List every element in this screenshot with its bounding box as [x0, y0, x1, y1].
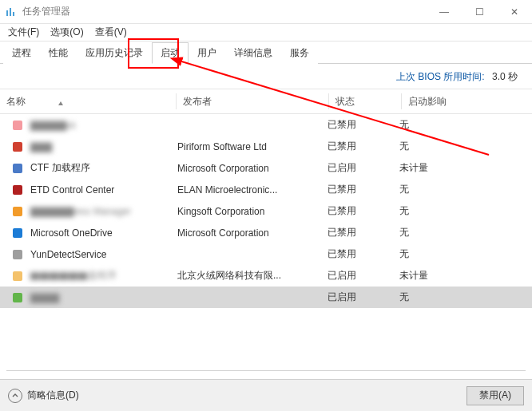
cell-name-text: YunDetectService — [30, 249, 106, 260]
cell-impact: 无 — [399, 118, 495, 132]
cell-impact: 未计量 — [399, 269, 495, 283]
cell-status: 已启用 — [328, 161, 399, 175]
cell-publisher: Piriform Software Ltd — [176, 141, 328, 152]
cell-name-text: ▇▇▇▇▇▇iess Manager — [30, 206, 131, 217]
cell-name-text: ▇▇▇▇▇sk — [30, 120, 76, 131]
column-header-row: 名称 发布者 状态 启动影响 — [0, 89, 532, 114]
window-title: 任务管理器 — [22, 5, 70, 18]
app-item-icon — [11, 248, 24, 261]
startup-table-body: ▇▇▇▇▇sk已禁用无▇▇▇Piriform Software Ltd已禁用无C… — [0, 114, 532, 308]
cell-status: 已启用 — [328, 269, 399, 283]
svg-rect-2 — [13, 12, 14, 16]
cell-impact: 无 — [399, 140, 495, 153]
menubar: 文件(F) 选项(O) 查看(V) — [0, 24, 532, 41]
cell-impact: 无 — [399, 226, 495, 239]
svg-rect-6 — [13, 164, 22, 173]
svg-rect-1 — [10, 8, 11, 16]
disable-button[interactable]: 禁用(A) — [466, 386, 524, 405]
chevron-up-circle-icon — [8, 389, 22, 403]
fewer-details-label: 简略信息(D) — [27, 389, 79, 402]
svg-rect-7 — [13, 185, 22, 195]
svg-rect-5 — [13, 142, 22, 152]
cell-impact: 无 — [399, 204, 495, 218]
svg-rect-9 — [13, 228, 22, 238]
last-bios-time-label: 上次 BIOS 所用时间: — [396, 71, 485, 82]
cell-name-text: ETD Control Center — [30, 184, 114, 196]
tab-services[interactable]: 服务 — [281, 42, 318, 64]
table-row[interactable]: ▇▇▇Piriform Software Ltd已禁用无 — [0, 136, 532, 157]
cell-name-text: Microsoft OneDrive — [30, 227, 113, 239]
app-item-icon — [11, 184, 24, 196]
minimize-button[interactable]: — — [427, 0, 462, 24]
tab-processes[interactable]: 进程 — [3, 42, 40, 64]
tab-users[interactable]: 用户 — [189, 42, 225, 64]
cell-status: 已禁用 — [328, 204, 399, 218]
table-row[interactable]: ▇▇▇▇▇▇盘程序北京火绒网络科技有限...已启用未计量 — [0, 265, 532, 287]
cell-status: 已禁用 — [328, 140, 399, 153]
cell-name: Microsoft OneDrive — [11, 227, 176, 239]
cell-publisher: Microsoft Corporation — [176, 227, 328, 239]
cell-name-text: ▇▇▇▇ — [30, 292, 59, 303]
cell-status: 已禁用 — [328, 183, 399, 196]
app-item-icon — [11, 162, 24, 175]
cell-impact: 无 — [399, 290, 495, 304]
cell-status: 已禁用 — [328, 247, 399, 261]
cell-name: CTF 加载程序 — [11, 161, 176, 175]
app-item-icon — [11, 227, 24, 239]
app-item-icon — [11, 205, 24, 218]
table-row[interactable]: CTF 加载程序Microsoft Corporation已启用未计量 — [0, 157, 532, 179]
cell-status: 已禁用 — [328, 118, 399, 132]
app-item-icon — [11, 291, 24, 304]
app-item-icon — [11, 119, 24, 132]
tab-startup[interactable]: 启动 — [152, 42, 189, 64]
cell-name-text: ▇▇▇▇▇▇盘程序 — [30, 269, 117, 283]
table-row[interactable]: ▇▇▇▇▇▇iess ManagerKingsoft Corporation已禁… — [0, 200, 532, 222]
column-header-name[interactable]: 名称 — [0, 95, 176, 109]
column-header-publisher[interactable]: 发布者 — [177, 95, 328, 109]
table-row[interactable]: ▇▇▇▇已启用无 — [0, 287, 532, 308]
menu-options[interactable]: 选项(O) — [46, 25, 88, 40]
fewer-details-button[interactable]: 简略信息(D) — [8, 389, 79, 403]
cell-name-text: CTF 加载程序 — [30, 161, 90, 175]
tab-bar: 进程 性能 应用历史记录 启动 用户 详细信息 服务 — [0, 41, 532, 64]
window-controls: — ☐ ✕ — [427, 0, 532, 24]
svg-rect-0 — [6, 10, 8, 16]
cell-publisher: Microsoft Corporation — [176, 163, 328, 174]
cell-name: ▇▇▇▇ — [11, 291, 176, 304]
separator-line — [6, 370, 526, 371]
table-row[interactable]: YunDetectService已禁用无 — [0, 243, 532, 265]
cell-name: ETD Control Center — [11, 184, 176, 196]
menu-view[interactable]: 查看(V) — [90, 25, 132, 40]
cell-name: YunDetectService — [11, 248, 176, 261]
tab-details[interactable]: 详细信息 — [225, 42, 281, 64]
table-row[interactable]: Microsoft OneDriveMicrosoft Corporation已… — [0, 222, 532, 243]
app-item-icon — [11, 270, 24, 283]
menu-file[interactable]: 文件(F) — [3, 25, 44, 40]
cell-publisher: 北京火绒网络科技有限... — [176, 269, 328, 283]
close-button[interactable]: ✕ — [497, 0, 532, 24]
svg-rect-12 — [13, 293, 22, 302]
last-bios-time-row: 上次 BIOS 所用时间: 3.0 秒 — [0, 64, 532, 89]
cell-publisher: Kingsoft Corporation — [176, 206, 328, 217]
cell-status: 已禁用 — [328, 226, 399, 239]
cell-name: ▇▇▇ — [11, 140, 176, 153]
titlebar: 任务管理器 — ☐ ✕ — [0, 0, 532, 24]
sort-ascending-icon — [58, 98, 64, 105]
cell-impact: 未计量 — [399, 161, 495, 175]
svg-rect-11 — [13, 271, 22, 281]
svg-rect-10 — [13, 250, 22, 259]
last-bios-time-value: 3.0 秒 — [492, 71, 518, 82]
app-icon — [5, 6, 18, 18]
app-item-icon — [11, 140, 24, 153]
cell-impact: 无 — [399, 247, 495, 261]
tab-performance[interactable]: 性能 — [40, 42, 77, 64]
cell-status: 已启用 — [328, 290, 399, 304]
table-row[interactable]: ▇▇▇▇▇sk已禁用无 — [0, 114, 532, 136]
cell-publisher: ELAN Microelectronic... — [176, 184, 328, 196]
column-header-impact[interactable]: 启动影响 — [402, 95, 498, 109]
tab-app-history[interactable]: 应用历史记录 — [77, 42, 152, 64]
column-header-status[interactable]: 状态 — [329, 95, 401, 109]
maximize-button[interactable]: ☐ — [462, 0, 497, 24]
table-row[interactable]: ETD Control CenterELAN Microelectronic..… — [0, 179, 532, 200]
cell-name-text: ▇▇▇ — [30, 141, 52, 152]
